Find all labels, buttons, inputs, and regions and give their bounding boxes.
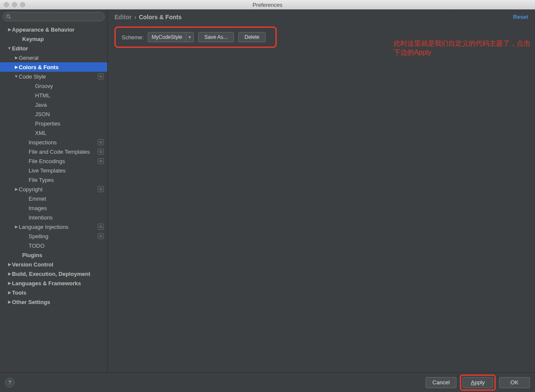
titlebar: Preferences [0,0,535,9]
disclosure-icon: ▶ [7,262,12,266]
tree-item-label: File and Code Templates [29,149,98,155]
tree-item-label: File Encodings [29,158,98,164]
tree-item-label: Spelling [29,233,98,240]
tree-item-java[interactable]: Java [0,100,107,109]
tree-item-label: XML [35,130,104,136]
tree-item-label: Language Injections [19,224,98,230]
tree-item-language-injections[interactable]: ▶Language Injections⧉ [0,222,107,231]
tree-item-label: Java [35,102,104,108]
disclosure-icon: ▶ [7,300,12,304]
apply-button[interactable]: Apply [462,377,493,388]
content-pane: Editor › Colors & Fonts Reset Scheme: My… [108,9,535,372]
tree-item-file-and-code-templates[interactable]: File and Code Templates⧉ [0,147,107,156]
zoom-icon[interactable] [20,2,25,7]
tree-item-label: Inspections [29,139,98,146]
ok-button[interactable]: OK [499,377,530,388]
tree-item-label: General [19,55,104,61]
tree-item-json[interactable]: JSON [0,109,107,119]
tree-item-label: Properties [35,120,104,127]
tree-item-build-execution-deployment[interactable]: ▶Build, Execution, Deployment [0,269,107,278]
tree-item-editor[interactable]: ▼Editor [0,44,107,53]
reset-link[interactable]: Reset [513,14,528,20]
delete-button[interactable]: Delete [238,32,266,42]
close-icon[interactable] [4,2,9,7]
tree-item-label: Colors & Fonts [19,64,104,70]
tree-item-groovy[interactable]: Groovy [0,81,107,91]
tree-item-label: Plugins [22,252,104,258]
tree-item-general[interactable]: ▶General [0,53,107,62]
tree-item-other-settings[interactable]: ▶Other Settings [0,297,107,307]
tree-item-label: Editor [12,45,104,52]
save-as-button[interactable]: Save As... [198,32,234,42]
disclosure-icon: ▶ [7,27,12,32]
tree-item-label: Build, Execution, Deployment [12,271,104,277]
tree-item-label: JSON [35,111,104,117]
tree-item-file-types[interactable]: File Types [0,175,107,184]
disclosure-icon: ▼ [14,74,19,79]
disclosure-icon: ▶ [14,187,19,191]
search-input[interactable] [3,12,105,21]
tree-item-tools[interactable]: ▶Tools [0,288,107,297]
project-override-icon: ⧉ [98,224,104,230]
tree-item-inspections[interactable]: Inspections⧉ [0,137,107,147]
breadcrumb: Editor › Colors & Fonts [114,14,528,20]
apply-highlight: Apply [460,374,496,391]
tree-item-label: HTML [35,92,104,99]
disclosure-icon: ▶ [14,225,19,229]
project-override-icon: ⧉ [98,149,104,155]
tree-item-html[interactable]: HTML [0,91,107,100]
tree-item-label: Other Settings [12,299,104,305]
tree-item-images[interactable]: Images [0,203,107,213]
tree-item-colors-fonts[interactable]: ▶Colors & Fonts [0,62,107,72]
tree-item-xml[interactable]: XML [0,128,107,137]
disclosure-icon: ▶ [7,290,12,295]
tree-item-languages-frameworks[interactable]: ▶Languages & Frameworks [0,278,107,288]
tree-item-label: Images [29,205,104,211]
tree-item-label: Copyright [19,186,98,193]
breadcrumb-leaf: Colors & Fonts [139,14,181,20]
project-override-icon: ⧉ [98,73,104,79]
tree-item-label: Appearance & Behavior [12,26,104,33]
tree-item-label: Live Templates [29,167,104,174]
tree-item-copyright[interactable]: ▶Copyright⧉ [0,184,107,194]
help-button[interactable]: ? [5,378,15,387]
annotation-text: 此时这里就是我们自定义的代码主题了，点击下边的Apply [394,39,535,57]
breadcrumb-root: Editor [114,14,132,20]
tree-item-plugins[interactable]: Plugins [0,250,107,260]
tree-item-label: Tools [12,290,104,296]
tree-item-file-encodings[interactable]: File Encodings⧉ [0,156,107,166]
tree-item-todo[interactable]: TODO [0,241,107,250]
window-controls [0,2,25,7]
tree-item-properties[interactable]: Properties [0,119,107,128]
settings-tree[interactable]: ▶Appearance & BehaviorKeymap▼Editor▶Gene… [0,24,107,372]
project-override-icon: ⧉ [98,233,104,239]
tree-item-intentions[interactable]: Intentions [0,213,107,222]
apply-label-rest: pply [474,379,485,386]
tree-item-label: Languages & Frameworks [12,280,104,287]
disclosure-icon: ▶ [7,281,12,285]
scheme-combo-value: MyCodeStyle [148,34,185,40]
tree-item-code-style[interactable]: ▼Code Style⧉ [0,72,107,81]
tree-item-emmet[interactable]: Emmet [0,194,107,203]
tree-item-keymap[interactable]: Keymap [0,34,107,44]
tree-item-label: Intentions [29,214,104,221]
tree-item-label: File Types [29,177,104,183]
tree-item-label: Emmet [29,196,104,202]
disclosure-icon: ▶ [14,65,19,69]
tree-item-appearance-behavior[interactable]: ▶Appearance & Behavior [0,25,107,34]
project-override-icon: ⧉ [98,139,104,145]
disclosure-icon: ▶ [7,272,12,276]
tree-item-spelling[interactable]: Spelling⧉ [0,231,107,241]
scheme-label: Scheme: [122,34,143,41]
scheme-combo[interactable]: MyCodeStyle ▼ [148,32,193,42]
disclosure-icon: ▶ [14,56,19,60]
sidebar: ▶Appearance & BehaviorKeymap▼Editor▶Gene… [0,9,108,372]
cancel-button[interactable]: Cancel [426,377,456,388]
tree-item-label: Groovy [35,83,104,89]
tree-item-label: Version Control [12,261,104,268]
tree-item-version-control[interactable]: ▶Version Control [0,260,107,269]
footer: ? Cancel Apply OK [0,372,535,392]
tree-item-live-templates[interactable]: Live Templates [0,166,107,175]
minimize-icon[interactable] [12,2,17,7]
disclosure-icon: ▼ [7,46,12,50]
